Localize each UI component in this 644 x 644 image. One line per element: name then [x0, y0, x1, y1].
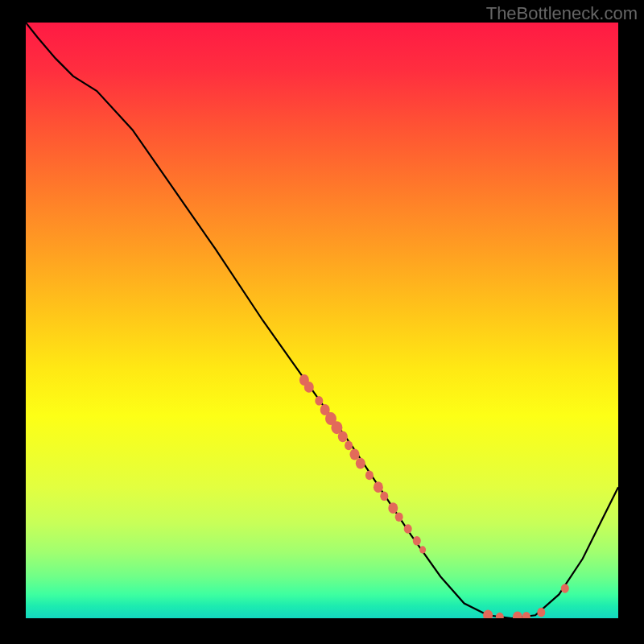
data-marker — [404, 524, 412, 534]
data-marker — [395, 512, 403, 522]
data-marker — [537, 608, 545, 617]
data-marker — [338, 431, 348, 442]
data-marker — [356, 458, 365, 469]
data-marker — [380, 492, 388, 502]
chart-svg — [26, 23, 618, 618]
data-marker — [413, 536, 421, 546]
data-marker — [374, 481, 383, 493]
chart-plot-area — [26, 23, 618, 618]
data-marker — [522, 612, 530, 618]
data-markers-group — [299, 374, 569, 618]
data-marker — [561, 584, 569, 593]
watermark-text: TheBottleneck.com — [486, 3, 638, 24]
data-marker — [483, 609, 493, 618]
data-marker — [513, 612, 522, 618]
data-marker — [388, 502, 398, 514]
data-marker — [350, 449, 360, 460]
data-marker — [419, 546, 426, 553]
data-marker — [315, 396, 323, 406]
bottleneck-curve — [26, 23, 618, 618]
data-marker — [365, 471, 374, 481]
data-marker — [345, 441, 353, 451]
data-marker — [304, 382, 314, 393]
data-marker — [496, 613, 504, 618]
